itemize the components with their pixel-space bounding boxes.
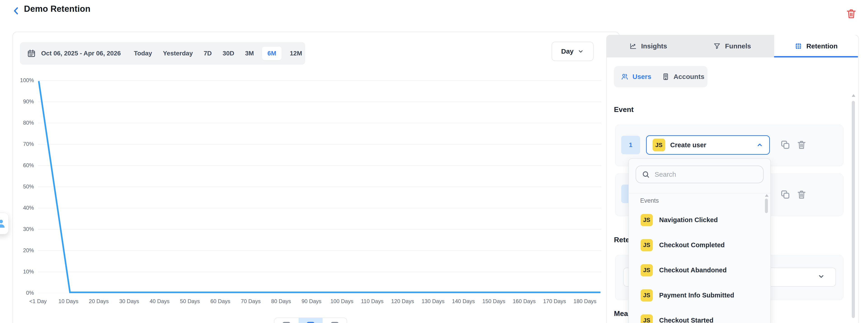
js-source-badge: JS (641, 239, 653, 251)
x-tick-label: 20 Days (84, 298, 114, 304)
scroll-up-arrow[interactable] (765, 194, 769, 197)
x-tick-label: 30 Days (114, 298, 144, 304)
date-preset-button[interactable]: 30D (220, 47, 237, 60)
js-source-badge: JS (641, 214, 653, 226)
chart-type-line-button[interactable] (274, 318, 299, 323)
events-group-label: Events (640, 197, 659, 204)
x-tick-label: 80 Days (266, 298, 296, 304)
x-tick-label: 120 Days (388, 298, 418, 304)
y-tick-label: 60% (9, 155, 34, 176)
chevron-left-icon (11, 5, 21, 16)
event-option[interactable]: JS Checkout Started (629, 308, 770, 323)
remove-event-button[interactable] (796, 139, 807, 150)
event-search-box (636, 166, 764, 183)
x-tick-label: 70 Days (236, 298, 266, 304)
js-source-badge: JS (641, 289, 653, 301)
floating-helper-button[interactable] (0, 213, 8, 234)
x-tick-label: 160 Days (509, 298, 539, 304)
date-presets: Today Yesterday 7D 30D 3M 6M 12M (131, 47, 305, 60)
x-tick-label: 10 Days (53, 298, 84, 304)
y-tick-label: 80% (9, 112, 34, 134)
selected-event-label: Create user (670, 141, 751, 149)
panel-scrollbar[interactable] (852, 94, 855, 323)
event-option[interactable]: JS Payment Info Submitted (629, 283, 770, 308)
back-button[interactable] (11, 5, 21, 16)
date-preset-button[interactable]: Today (131, 47, 155, 60)
x-tick-label: 110 Days (357, 298, 388, 304)
copy-icon (780, 189, 791, 200)
y-tick-label: 50% (9, 176, 34, 197)
x-tick-label: 90 Days (296, 298, 327, 304)
date-preset-button[interactable]: 3M (242, 47, 256, 60)
table-type-icon (330, 320, 340, 323)
js-source-badge: JS (641, 264, 653, 276)
panel-tabs: Insights Funnels Retention (606, 35, 858, 57)
date-preset-button[interactable]: 12M (287, 47, 305, 60)
x-tick-label: 150 Days (478, 298, 509, 304)
scroll-up-arrow[interactable] (852, 94, 855, 97)
retention-line (39, 81, 600, 292)
event-option[interactable]: JS Checkout Abandoned (629, 258, 770, 283)
x-axis-labels: <1 Day10 Days20 Days30 Days40 Days50 Day… (23, 298, 600, 304)
table-type-button[interactable] (322, 318, 347, 323)
date-range-value[interactable]: Oct 06, 2025 - Apr 06, 2026 (41, 50, 121, 57)
trash-icon (796, 189, 807, 200)
date-preset-button[interactable]: 7D (201, 47, 215, 60)
x-tick-label: 170 Days (539, 298, 569, 304)
retention-chart-plot[interactable] (38, 80, 601, 293)
chevron-up-icon (756, 141, 763, 149)
date-filter-bar: Oct 06, 2025 - Apr 06, 2026 Today Yester… (20, 42, 305, 65)
event-option[interactable]: JS Checkout Completed (629, 233, 770, 258)
active-tab-indicator (774, 56, 858, 57)
toggle-accounts[interactable]: Accounts (662, 72, 704, 81)
toggle-users[interactable]: Users (621, 72, 651, 81)
duplicate-event-button[interactable] (780, 189, 791, 200)
y-tick-label: 10% (9, 261, 34, 282)
person-icon (0, 217, 7, 230)
interval-dropdown[interactable]: Day (552, 41, 594, 61)
chart-type-bar-button[interactable] (299, 318, 323, 323)
chart-type-switch (274, 318, 347, 323)
scrollbar-thumb[interactable] (852, 101, 855, 318)
duplicate-event-button[interactable] (780, 139, 791, 150)
x-tick-label: 130 Days (418, 298, 448, 304)
date-preset-button[interactable]: Yesterday (160, 47, 195, 60)
calendar-icon (27, 48, 36, 59)
interval-label: Day (561, 48, 574, 55)
event-select-combobox[interactable]: JS Create user (646, 135, 770, 155)
remove-event-button[interactable] (796, 189, 807, 200)
y-tick-label: 30% (9, 218, 34, 240)
funnel-icon (713, 42, 721, 50)
x-tick-label: 40 Days (145, 298, 175, 304)
page-title: Demo Retention (24, 4, 90, 14)
event-section-heading: Event (614, 106, 633, 114)
chevron-down-icon (817, 272, 825, 280)
x-tick-label: <1 Day (23, 298, 53, 304)
chevron-down-icon (577, 48, 584, 55)
y-tick-label: 70% (9, 134, 34, 155)
tab-funnels[interactable]: Funnels (690, 35, 774, 57)
entity-toggle: Users Accounts (614, 66, 708, 87)
event-options-list: JS Navigation Clicked JS Checkout Comple… (629, 207, 770, 323)
y-tick-label: 100% (9, 70, 34, 91)
event-search-input[interactable] (654, 170, 758, 178)
building-icon (662, 72, 670, 81)
bar-chart-type-icon (305, 320, 316, 323)
y-tick-label: 90% (9, 91, 34, 112)
line-chart-icon (629, 42, 637, 50)
grid-icon (795, 42, 802, 50)
x-tick-label: 50 Days (175, 298, 205, 304)
js-source-badge: JS (653, 139, 665, 151)
delete-report-button[interactable] (845, 7, 858, 20)
tab-retention[interactable]: Retention (774, 35, 858, 57)
event-dropdown-popover: Events JS Navigation Clicked JS Checkout… (628, 158, 771, 323)
divider (629, 193, 770, 194)
retention-line-svg (38, 80, 601, 293)
trash-icon (796, 139, 807, 150)
copy-icon (780, 139, 791, 150)
y-tick-label: 40% (9, 197, 34, 218)
date-preset-button[interactable]: 6M (262, 47, 282, 60)
tab-insights[interactable]: Insights (606, 35, 690, 57)
event-option[interactable]: JS Navigation Clicked (629, 207, 770, 233)
js-source-badge: JS (641, 315, 653, 323)
